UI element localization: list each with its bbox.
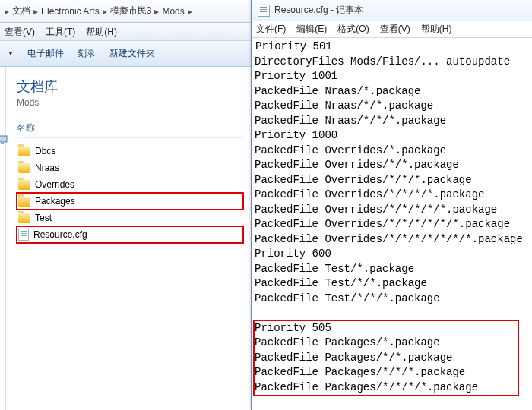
- chevron-down-icon[interactable]: ▼: [8, 50, 14, 57]
- menu-edit[interactable]: 编辑(E): [296, 23, 327, 36]
- chevron-right-icon: ▸: [186, 6, 194, 17]
- notepad-titlebar[interactable]: Resource.cfg - 记事本: [252, 0, 532, 21]
- text-line: PackedFile Packages/*/*/*.package: [255, 365, 529, 380]
- notepad-icon: [258, 5, 270, 17]
- menu-file[interactable]: 文件(F): [256, 23, 286, 36]
- item-label: Nraas: [35, 162, 59, 173]
- text-line: PackedFile Nraas/*/*/*.package: [255, 114, 529, 129]
- text-line: Priority 1000: [255, 128, 529, 144]
- toolbar-newfolder[interactable]: 新建文件夹: [109, 47, 155, 60]
- chevron-right-icon: ▸: [153, 6, 160, 17]
- folder-icon: [18, 213, 30, 223]
- menu-help[interactable]: 帮助(H): [421, 23, 452, 36]
- breadcrumb-item[interactable]: 模擬市民3: [109, 5, 154, 17]
- folder-icon: [18, 147, 30, 156]
- breadcrumb-item[interactable]: Electronic Arts: [40, 6, 101, 17]
- svg-rect-1: [1, 143, 4, 144]
- menu-tools[interactable]: 工具(T): [46, 26, 75, 39]
- text-line: PackedFile Test/*.package: [255, 262, 529, 277]
- text-line: Priority 505: [255, 321, 529, 336]
- chevron-right-icon: ▸: [101, 6, 109, 17]
- notepad-window: Resource.cfg - 记事本 文件(F) 编辑(E) 格式(O) 查看(…: [251, 0, 532, 410]
- text-line: PackedFile Nraas/*/*.package: [255, 99, 529, 114]
- menu-format[interactable]: 格式(O): [337, 23, 369, 36]
- toolbar-burn[interactable]: 刻录: [78, 47, 96, 60]
- file-list: DbcsNraasOverridesPackagesTestResource.c…: [17, 143, 243, 243]
- notepad-textarea[interactable]: Priority 501DirectoryFiles Mods/Files/..…: [252, 38, 532, 396]
- monitor-icon: [0, 135, 9, 146]
- toolbar-email[interactable]: 电子邮件: [27, 47, 64, 60]
- svg-rect-0: [0, 136, 7, 142]
- text-line: PackedFile Overrides/*/*/*.package: [255, 173, 529, 188]
- text-line: PackedFile Test/*/*/*.package: [255, 292, 529, 307]
- text-line: PackedFile Overrides/*/*/*/*/*/*/*.packa…: [255, 232, 529, 248]
- folder-icon: [18, 163, 30, 173]
- text-line: PackedFile Packages/*/*/*/*.package: [255, 380, 529, 396]
- library-title: 文档库: [17, 77, 243, 96]
- folder-item[interactable]: Dbcs: [17, 143, 243, 159]
- text-line: PackedFile Overrides/*.package: [255, 144, 529, 159]
- breadcrumb-item[interactable]: Mods: [160, 6, 185, 17]
- text-line: DirectoryFiles Mods/Files/... autoupdate: [255, 55, 529, 70]
- text-line: PackedFile Packages/*/*.package: [255, 351, 529, 366]
- item-label: Packages: [35, 196, 75, 207]
- menu-view[interactable]: 查看(V): [5, 26, 35, 39]
- item-label: Overrides: [35, 179, 74, 190]
- item-label: Resource.cfg: [33, 229, 87, 240]
- folder-item[interactable]: Test: [17, 210, 243, 226]
- nav-pane: [0, 67, 6, 410]
- text-line: PackedFile Overrides/*/*/*/*.package: [255, 188, 529, 203]
- explorer-menubar: 查看(V) 工具(T) 帮助(H): [0, 23, 251, 41]
- item-label: Dbcs: [35, 146, 55, 156]
- folder-icon: [18, 197, 30, 207]
- column-header-name[interactable]: 名称: [17, 121, 243, 138]
- text-line: PackedFile Overrides/*/*/*/*/*.package: [255, 203, 529, 218]
- menu-help[interactable]: 帮助(H): [86, 26, 117, 39]
- content-pane: 文档库 Mods 名称 DbcsNraasOverridesPackagesTe…: [6, 67, 251, 410]
- chevron-right-icon: ▸: [32, 6, 40, 17]
- breadcrumb[interactable]: ▸ 文档 ▸ Electronic Arts ▸ 模擬市民3 ▸ Mods ▸: [0, 0, 251, 23]
- chevron-right-icon: ▸: [3, 6, 11, 17]
- folder-item[interactable]: Overrides: [17, 176, 243, 193]
- explorer-body: 文档库 Mods 名称 DbcsNraasOverridesPackagesTe…: [0, 67, 251, 410]
- item-label: Test: [35, 213, 52, 223]
- text-line: PackedFile Packages/*.package: [255, 336, 529, 351]
- text-line: PackedFile Overrides/*/*.package: [255, 158, 529, 173]
- text-line: Priority 600: [255, 247, 529, 262]
- folder-item[interactable]: Packages: [17, 193, 243, 210]
- window-title: Resource.cfg - 记事本: [274, 4, 363, 17]
- explorer-window: ▸ 文档 ▸ Electronic Arts ▸ 模擬市民3 ▸ Mods ▸ …: [0, 0, 251, 410]
- file-icon: [18, 229, 29, 241]
- text-line: Priority 501: [255, 39, 529, 55]
- file-item[interactable]: Resource.cfg: [17, 226, 243, 243]
- notepad-menubar: 文件(F) 编辑(E) 格式(O) 查看(V) 帮助(H): [252, 21, 532, 38]
- text-line: PackedFile Nraas/*.package: [255, 84, 529, 99]
- text-line: PackedFile Overrides/*/*/*/*/*/*.package: [255, 217, 529, 232]
- folder-icon: [18, 180, 30, 190]
- breadcrumb-item[interactable]: 文档: [11, 5, 32, 17]
- explorer-toolbar: ▼ 电子邮件 刻录 新建文件夹: [0, 41, 251, 67]
- library-subtitle: Mods: [17, 97, 243, 108]
- menu-view[interactable]: 查看(V): [380, 23, 410, 36]
- text-line: [255, 306, 529, 321]
- text-line: Priority 1001: [255, 69, 529, 84]
- text-line: PackedFile Test/*/*.package: [255, 276, 529, 292]
- folder-item[interactable]: Nraas: [17, 159, 243, 176]
